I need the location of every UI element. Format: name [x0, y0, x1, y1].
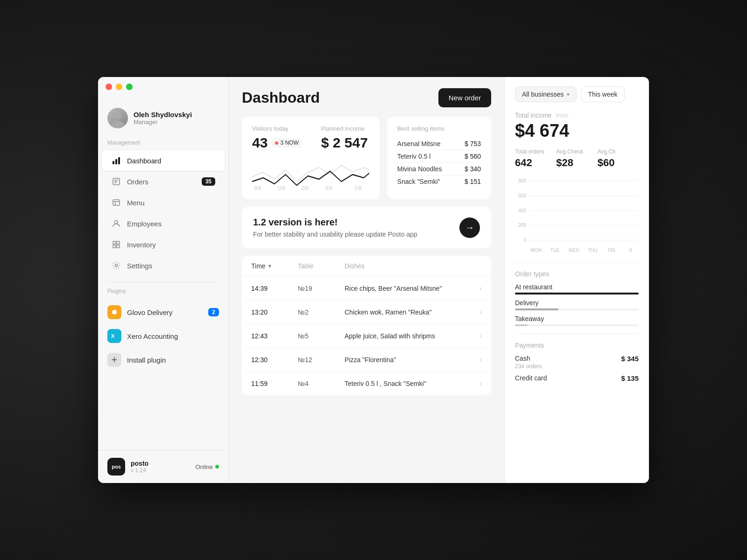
plugins-section: Glovo Delivery 2 X Xero Accounting + Ins… — [98, 298, 228, 372]
business-filter-label: All businesses — [522, 91, 564, 98]
sidebar-item-settings[interactable]: Settings — [102, 255, 225, 276]
menu-icon — [111, 197, 121, 208]
dashboard-label: Dashboard — [127, 157, 215, 165]
best-selling-card: Best selling items Arsenal Mitsne $ 753 … — [387, 117, 491, 199]
menu-label: Menu — [127, 199, 215, 207]
main-header: Dashboard New order — [242, 88, 491, 107]
total-income-value: $4 674 — [515, 121, 639, 141]
best-selling-item-1: Arsenal Mitsne $ 753 — [397, 138, 481, 150]
table-row[interactable]: 14:39 №19 Rice chips, Beer "Arsenal Mits… — [242, 277, 491, 301]
sidebar-item-install-plugin[interactable]: + Install plugin — [102, 348, 225, 371]
business-filter-dropdown[interactable]: All businesses ▾ — [515, 86, 577, 102]
table-row[interactable]: 12:43 №5 Apple juice, Salad with shripms… — [242, 324, 491, 348]
update-banner: 1.2 version is here! For better stabilit… — [242, 207, 491, 248]
table-row[interactable]: 12:30 №12 Pizza "Florentina" › — [242, 348, 491, 372]
order-type-restaurant: At restaurant — [515, 283, 639, 294]
total-income-label: Total income — [515, 112, 552, 119]
order-types-section: Order types At restaurant Delivery — [515, 270, 639, 326]
svg-rect-15 — [113, 245, 116, 248]
close-button[interactable] — [106, 84, 112, 90]
minimize-button[interactable] — [116, 84, 122, 90]
sidebar-item-glovo[interactable]: Glovo Delivery 2 — [102, 301, 225, 324]
sidebar-item-inventory[interactable]: Inventory — [102, 234, 225, 255]
day-label-fri: FRI — [604, 248, 620, 253]
sidebar: Oleh Shydlovskyi Manager Management Dash… — [98, 77, 229, 483]
row-chevron-icon: › — [463, 308, 482, 316]
period-filter-button[interactable]: This week — [581, 86, 625, 102]
order-types-label: Order types — [515, 270, 639, 278]
glovo-badge: 2 — [208, 308, 219, 316]
sidebar-item-dashboard[interactable]: Dashboard — [102, 150, 225, 171]
table-row[interactable]: 11:59 №4 Teteriv 0.5 l , Snack "Semki" › — [242, 372, 491, 395]
maximize-button[interactable] — [126, 84, 133, 90]
glovo-icon — [107, 305, 121, 319]
new-order-button[interactable]: New order — [438, 88, 491, 107]
app-window: Oleh Shydlovskyi Manager Management Dash… — [98, 77, 649, 483]
table-header: Time ▼ Table Dishes — [242, 256, 491, 277]
now-badge: 3 NOW — [271, 138, 302, 147]
visitors-value: 43 — [252, 135, 268, 151]
svg-text:15:00: 15:00 — [325, 186, 332, 191]
sidebar-item-employees[interactable]: Employees — [102, 213, 225, 234]
stats-row: Visitors today 43 3 NOW Planned income $… — [242, 117, 491, 199]
payment-credit-card: Credit card $ 135 — [515, 374, 639, 382]
sidebar-divider — [107, 282, 219, 282]
visitors-section: Visitors today 43 3 NOW — [252, 125, 303, 154]
sidebar-item-orders[interactable]: Orders 35 — [102, 171, 225, 192]
inventory-label: Inventory — [127, 241, 215, 249]
banner-subtitle: For better stability and usability pleas… — [253, 231, 417, 238]
row-chevron-icon: › — [463, 332, 482, 340]
planned-income-section: Planned income $ 2 547 — [321, 125, 368, 154]
avatar — [107, 108, 128, 128]
svg-rect-2 — [113, 161, 114, 164]
svg-rect-16 — [117, 245, 120, 248]
panel-controls: All businesses ▾ This week — [515, 86, 639, 102]
table-row[interactable]: 13:20 №2 Chicken wok, Ramen "Reuka" › — [242, 301, 491, 324]
row-chevron-icon: › — [463, 284, 482, 293]
now-label: 3 NOW — [280, 140, 298, 146]
payment-cash: Cash 234 orders $ 345 — [515, 355, 639, 370]
avg-check-label: Avg.Check — [556, 148, 597, 155]
online-status: Online — [195, 463, 219, 470]
orders-icon — [111, 176, 121, 187]
person-icon — [111, 218, 121, 229]
page-title: Dashboard — [242, 89, 320, 106]
svg-rect-13 — [113, 241, 116, 244]
payments-section: Payments Cash 234 orders $ 345 Credit ca… — [515, 342, 639, 382]
chevron-down-icon: ▾ — [567, 91, 570, 98]
status-text: Online — [195, 463, 213, 470]
banner-title: 1.2 version is here! — [253, 217, 417, 228]
row-chevron-icon: › — [463, 356, 482, 364]
banner-arrow-button[interactable]: → — [459, 217, 480, 238]
svg-point-17 — [115, 265, 118, 267]
payments-label: Payments — [515, 342, 639, 349]
row-chevron-icon: › — [463, 379, 482, 388]
avg-check-value: $28 — [556, 157, 597, 169]
svg-rect-3 — [115, 159, 117, 164]
employees-label: Employees — [127, 220, 215, 228]
svg-text:09:00: 09:00 — [254, 186, 261, 191]
pos-icon: pos — [107, 458, 125, 476]
total-orders-label: Total orders — [515, 148, 556, 155]
best-selling-item-2: Teteriv 0.5 l $ 560 — [397, 150, 481, 163]
time-column-header[interactable]: Time ▼ — [251, 262, 298, 270]
planned-income-value: $ 2 547 — [321, 135, 368, 151]
glovo-label: Glovo Delivery — [127, 308, 203, 316]
sidebar-item-menu[interactable]: Menu — [102, 192, 225, 213]
now-dot — [275, 141, 278, 145]
orders-label: Orders — [127, 178, 196, 186]
svg-text:13:00: 13:00 — [302, 186, 309, 191]
svg-point-18 — [112, 310, 117, 315]
sort-arrow-icon: ▼ — [268, 263, 273, 269]
app-version: v 1.24 — [131, 467, 148, 474]
sparkline-chart: 09:00 11:00 13:00 15:00 17:00 — [252, 158, 369, 191]
svg-text:17:00: 17:00 — [354, 186, 361, 191]
avg-ch-metric: Avg.Ch $60 — [598, 148, 639, 169]
user-profile: Oleh Shydlovskyi Manager — [98, 100, 228, 140]
total-orders-value: 642 — [515, 157, 556, 169]
svg-point-12 — [115, 221, 118, 224]
sidebar-item-xero[interactable]: X Xero Accounting — [102, 324, 225, 348]
best-selling-item-3: Mivina Noodles $ 340 — [397, 163, 481, 175]
table-column-header: Table — [298, 262, 345, 270]
dishes-column-header: Dishes — [345, 262, 463, 270]
